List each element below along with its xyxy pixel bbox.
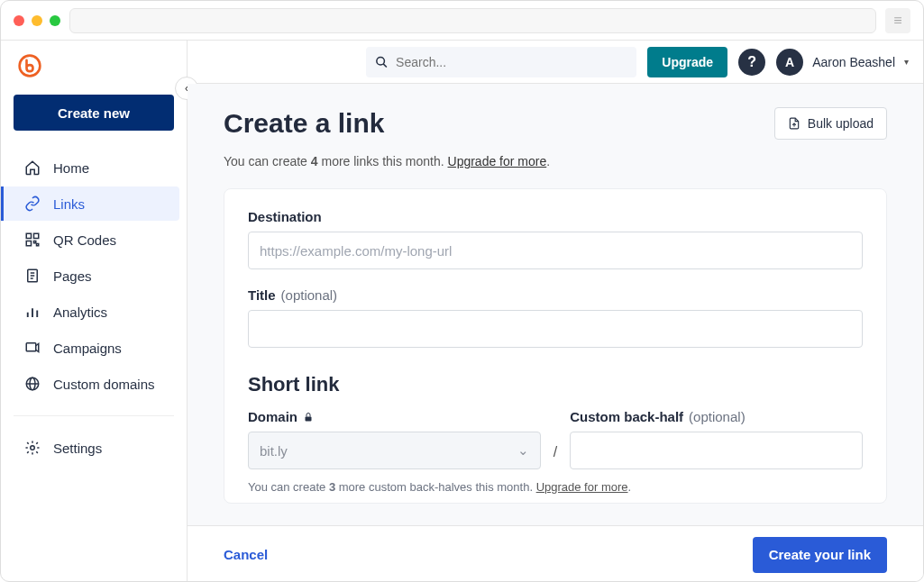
sidebar-divider	[14, 415, 174, 416]
create-link-button[interactable]: Create your link	[753, 537, 887, 573]
upgrade-link[interactable]: Upgrade for more	[448, 154, 547, 168]
gear-icon	[24, 440, 41, 456]
svg-rect-3	[26, 241, 31, 246]
search-input[interactable]	[396, 55, 627, 69]
bulk-upload-label: Bulk upload	[808, 116, 874, 131]
cancel-button[interactable]: Cancel	[224, 547, 268, 562]
home-icon	[24, 159, 41, 176]
sidebar-item-label: QR Codes	[53, 232, 116, 248]
domain-label: Domain	[248, 409, 541, 424]
svg-line-17	[384, 63, 388, 67]
title-label: Title (optional)	[248, 287, 863, 303]
sidebar-item-custom-domains[interactable]: Custom domains	[8, 367, 179, 401]
form-card: Destination Title (optional) Short link …	[224, 188, 887, 504]
help-button[interactable]: ?	[738, 49, 765, 76]
backhalf-input[interactable]	[570, 432, 863, 469]
svg-rect-2	[34, 233, 39, 238]
chevron-down-icon: ▾	[904, 57, 909, 67]
create-new-button[interactable]: Create new	[14, 95, 174, 131]
sidebar-item-settings[interactable]: Settings	[8, 431, 179, 465]
svg-rect-19	[306, 416, 312, 421]
domain-select-value: bit.ly	[260, 443, 288, 459]
sidebar-item-label: Settings	[53, 441, 102, 456]
minimize-window-icon[interactable]	[32, 15, 42, 26]
sidebar-item-label: Campaigns	[53, 341, 122, 356]
upgrade-backhalf-link[interactable]: Upgrade for more	[536, 480, 628, 494]
user-menu[interactable]: A Aaron Beashel ▾	[776, 49, 909, 76]
quota-text: You can create 4 more links this month. …	[224, 154, 887, 168]
sidebar-item-campaigns[interactable]: Campaigns	[8, 331, 179, 365]
backhalf-label: Custom back-half (optional)	[570, 409, 863, 424]
file-upload-icon	[788, 117, 800, 130]
sidebar-item-links[interactable]: Links	[1, 186, 179, 221]
maximize-window-icon[interactable]	[50, 15, 60, 26]
sidebar-item-qr-codes[interactable]: QR Codes	[8, 223, 179, 257]
destination-input[interactable]	[248, 232, 863, 269]
svg-rect-1	[26, 233, 31, 238]
svg-point-15	[31, 446, 35, 450]
close-window-icon[interactable]	[14, 15, 24, 26]
sidebar-item-analytics[interactable]: Analytics	[8, 295, 179, 329]
bitly-logo-icon	[17, 53, 42, 78]
sidebar-item-home[interactable]: Home	[8, 150, 179, 185]
sidebar-item-label: Home	[53, 160, 89, 176]
title-input[interactable]	[248, 310, 863, 348]
svg-point-16	[377, 57, 385, 65]
upgrade-button[interactable]: Upgrade	[647, 47, 727, 77]
sidebar-item-pages[interactable]: Pages	[8, 259, 179, 293]
avatar: A	[776, 49, 803, 76]
pages-icon	[24, 268, 41, 284]
domain-select[interactable]: bit.ly ⌄	[248, 432, 541, 469]
shortlink-heading: Short link	[248, 373, 863, 396]
page-footer: Cancel Create your link	[188, 525, 923, 582]
page-content: Create a link Bulk upload You can create…	[188, 84, 923, 525]
link-icon	[24, 196, 41, 212]
lock-icon	[303, 412, 314, 423]
sidebar-item-label: Custom domains	[53, 377, 155, 392]
analytics-icon	[24, 304, 41, 320]
sidebar-item-label: Analytics	[53, 305, 107, 320]
browser-chrome: ≡	[1, 1, 923, 41]
bulk-upload-button[interactable]: Bulk upload	[774, 107, 887, 140]
top-bar: Upgrade ? A Aaron Beashel ▾	[188, 41, 923, 84]
browser-url-bar[interactable]	[69, 8, 876, 33]
campaigns-icon	[24, 340, 41, 356]
globe-icon	[24, 376, 41, 392]
window-controls	[14, 15, 60, 26]
user-name: Aaron Beashel	[812, 55, 895, 69]
sidebar-item-label: Pages	[53, 268, 92, 284]
chevron-down-icon: ⌄	[517, 442, 529, 459]
sidebar-nav: Home Links QR Codes Pages Analytics Camp…	[1, 143, 187, 408]
sidebar: ‹ Create new Home Links QR Codes	[1, 41, 188, 582]
browser-menu-icon[interactable]: ≡	[885, 8, 910, 33]
svg-rect-11	[26, 343, 36, 351]
qr-code-icon	[24, 232, 41, 248]
page-title: Create a link	[224, 108, 384, 139]
sidebar-item-label: Links	[53, 196, 85, 212]
destination-label: Destination	[248, 209, 863, 224]
search-box[interactable]	[366, 47, 636, 77]
search-icon	[375, 55, 389, 69]
